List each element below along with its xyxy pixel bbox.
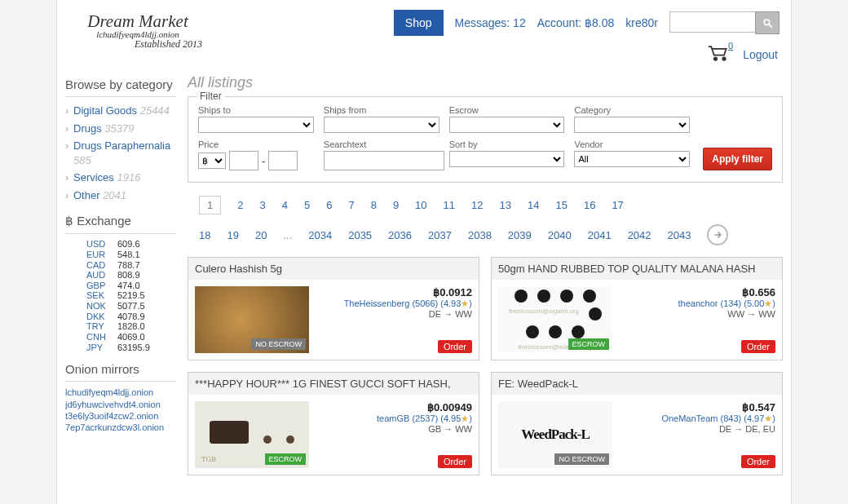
page-link[interactable]: 19 xyxy=(227,229,238,241)
listing-shipping: DE → DE, EU xyxy=(619,424,775,434)
svg-line-1 xyxy=(769,24,772,28)
listing-vendor[interactable]: OneManTeam (843) (4.97★) xyxy=(619,413,775,424)
page-link[interactable]: 17 xyxy=(612,199,623,211)
sortby-select[interactable] xyxy=(449,151,565,167)
cart-button[interactable]: 0 xyxy=(707,44,730,64)
page-link[interactable]: 8 xyxy=(371,199,377,211)
searchtext-input[interactable] xyxy=(324,151,444,170)
page-link[interactable]: 2037 xyxy=(428,229,452,241)
page-link[interactable]: 2 xyxy=(237,199,243,211)
page-link[interactable]: 2034 xyxy=(308,229,332,241)
vendor-select[interactable]: All xyxy=(574,151,690,167)
category-link[interactable]: Services xyxy=(73,171,114,183)
page-link[interactable]: 2039 xyxy=(508,229,532,241)
listing-thumbnail[interactable]: TGB ESCROW xyxy=(195,401,309,468)
page-link[interactable]: 16 xyxy=(584,199,595,211)
page-link[interactable]: 2040 xyxy=(548,229,572,241)
page-link[interactable]: 11 xyxy=(444,199,455,211)
exchange-list: USD609.6EUR548.1CAD788.7AUD808.9GBP474.0… xyxy=(65,239,176,352)
page-link[interactable]: 2042 xyxy=(628,229,651,241)
category-count: 2041 xyxy=(103,189,126,201)
exchange-currency: EUR xyxy=(86,250,109,260)
listing-vendor[interactable]: teamGB (2537) (4.95★) xyxy=(316,413,472,424)
page-link[interactable]: 12 xyxy=(471,199,483,211)
listing-thumbnail[interactable]: NO ESCROW xyxy=(195,286,309,353)
listing-title[interactable]: Culero Hashish 5g xyxy=(188,258,479,280)
category-item: Services 1916 xyxy=(65,169,176,187)
category-select[interactable] xyxy=(574,117,690,133)
listing-title[interactable]: 50gm HAND RUBBED TOP QUALITY MALANA HASH xyxy=(492,258,782,280)
mirror-link[interactable]: 7ep7acrkunzdcw3l.onion xyxy=(65,422,164,432)
page-link[interactable]: 13 xyxy=(500,199,511,211)
exchange-currency: GBP xyxy=(86,281,109,291)
exchange-row: JPY63195.9 xyxy=(65,343,176,353)
page-link[interactable]: 15 xyxy=(555,199,567,211)
page-link[interactable]: 5 xyxy=(304,199,310,211)
user-link[interactable]: kre80r xyxy=(625,16,658,29)
category-link[interactable]: Drugs xyxy=(73,122,102,135)
page-link[interactable]: 18 xyxy=(199,229,210,241)
category-link[interactable]: Other xyxy=(73,189,100,201)
filter-legend: Filter xyxy=(197,91,225,102)
account-link[interactable]: Account: ฿8.08 xyxy=(537,16,615,29)
shop-button[interactable]: Shop xyxy=(394,10,444,36)
page-link[interactable]: 2038 xyxy=(468,229,492,241)
mirror-item: 7ep7acrkunzdcw3l.onion xyxy=(65,422,176,433)
category-link[interactable]: Drugs Paraphernalia xyxy=(73,139,170,152)
searchtext-label: Searchtext xyxy=(324,139,439,149)
page-link[interactable]: 3 xyxy=(259,199,265,211)
order-button[interactable]: Order xyxy=(438,340,472,353)
mirror-link[interactable]: jd6yhuwcivehvdt4.onion xyxy=(65,400,161,409)
order-button[interactable]: Order xyxy=(741,455,775,468)
exchange-row: USD609.6 xyxy=(65,239,176,250)
search-input[interactable] xyxy=(669,11,755,33)
escrow-select[interactable] xyxy=(449,117,565,133)
mirror-link[interactable]: t3e6ly3uoif4zcw2.onion xyxy=(65,411,158,421)
exchange-rate: 5219.5 xyxy=(117,290,145,301)
exchange-rate: 4069.0 xyxy=(117,332,145,343)
page-link[interactable]: 14 xyxy=(528,199,539,211)
ships-from-select[interactable] xyxy=(324,117,439,133)
mirror-link[interactable]: lchudifyeqm4ldjj.onion xyxy=(65,387,153,397)
exchange-rate: 548.1 xyxy=(117,250,140,260)
page-link[interactable]: 2043 xyxy=(668,229,691,241)
page-link[interactable]: 2036 xyxy=(388,229,412,241)
listing-card: 50gm HAND RUBBED TOP QUALITY MALANA HASH… xyxy=(491,257,783,360)
page-link[interactable]: 2035 xyxy=(348,229,372,241)
category-count: 1916 xyxy=(117,171,140,183)
page-link[interactable]: 10 xyxy=(415,199,426,211)
page-link[interactable]: 9 xyxy=(393,199,399,211)
listing-thumbnail[interactable]: theblossom@sigaint.org theblossom@lelant… xyxy=(498,286,612,353)
pagination: 1234567891011121314151617181920...203420… xyxy=(188,191,783,257)
exchange-rate: 788.7 xyxy=(117,260,140,271)
listing-vendor[interactable]: theanchor (134) (5.00★) xyxy=(619,298,775,309)
next-page-button[interactable] xyxy=(707,224,728,245)
listing-thumbnail[interactable]: WeedPack-L NO ESCROW xyxy=(498,401,612,468)
price-min-input[interactable] xyxy=(229,151,258,170)
apply-filter-button[interactable]: Apply filter xyxy=(703,148,772,170)
ships-to-select[interactable] xyxy=(198,117,314,133)
order-button[interactable]: Order xyxy=(741,340,775,353)
listing-shipping: GB → WW xyxy=(316,424,472,434)
mirror-item: lchudifyeqm4ldjj.onion xyxy=(65,387,176,398)
page-link[interactable]: 7 xyxy=(348,199,354,211)
page-link[interactable]: 6 xyxy=(326,199,332,211)
category-link[interactable]: Digital Goods xyxy=(73,104,137,117)
exchange-row: CAD788.7 xyxy=(65,260,176,271)
exchange-currency: NOK xyxy=(86,301,109,312)
price-currency-select[interactable]: ฿ xyxy=(198,153,226,169)
listing-title[interactable]: ***HAPPY HOUR*** 1G FINEST GUCCI SOFT HA… xyxy=(188,373,479,395)
order-button[interactable]: Order xyxy=(438,455,472,468)
listing-price: ฿0.656 xyxy=(619,286,775,298)
price-max-input[interactable] xyxy=(268,151,298,170)
page-link[interactable]: 2041 xyxy=(588,229,612,241)
exchange-rate: 4078.9 xyxy=(117,312,145,322)
logout-link[interactable]: Logout xyxy=(743,48,778,61)
messages-link[interactable]: Messages: 12 xyxy=(455,16,526,29)
page-link[interactable]: 4 xyxy=(282,199,288,211)
listing-title[interactable]: FE: WeedPack-L xyxy=(492,373,782,395)
category-item: Drugs Paraphernalia 585 xyxy=(65,137,176,169)
listing-vendor[interactable]: TheHeissenberg (5066) (4.93★) xyxy=(316,298,472,309)
search-button[interactable] xyxy=(755,11,780,34)
page-link[interactable]: 20 xyxy=(255,229,267,241)
